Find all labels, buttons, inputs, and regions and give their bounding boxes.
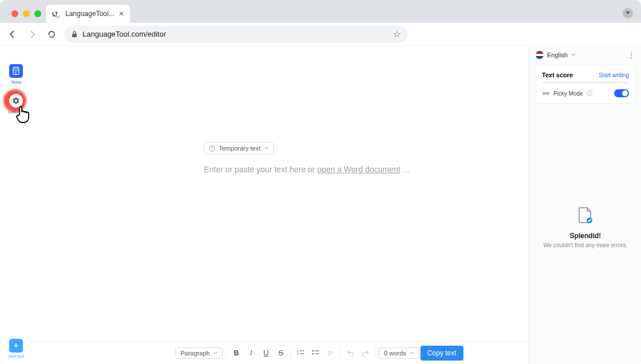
picky-mode-label: Picky Mode bbox=[553, 90, 583, 97]
strikethrough-button[interactable]: S bbox=[274, 346, 288, 360]
splendid-title: Splendid! bbox=[536, 232, 635, 240]
sidebar-item-texts[interactable]: Texts bbox=[9, 64, 23, 85]
placeholder-suffix: … bbox=[400, 165, 411, 174]
sidebar-item-new-text[interactable]: + New text bbox=[8, 339, 23, 358]
texts-label: Texts bbox=[11, 80, 22, 85]
chevron-down-icon bbox=[410, 351, 414, 355]
address-bar[interactable]: LanguageTool.com/editor ☆ bbox=[64, 26, 408, 43]
texts-icon bbox=[9, 64, 23, 78]
forward-button[interactable] bbox=[25, 27, 39, 41]
language-selector[interactable]: English ⋮ bbox=[536, 50, 635, 60]
ordered-list-button[interactable]: 12 bbox=[294, 346, 308, 360]
picky-mode-toggle[interactable] bbox=[614, 89, 629, 97]
clear-format-button[interactable] bbox=[324, 346, 337, 360]
svg-point-18 bbox=[312, 350, 313, 351]
chevron-down-icon bbox=[571, 53, 576, 57]
browser-window: LT LanguageTool... ✕ LanguageTool.com/ed… bbox=[0, 0, 641, 364]
picky-mode-row: 👓 Picky Mode i bbox=[542, 89, 629, 97]
unordered-list-button[interactable] bbox=[309, 346, 323, 360]
editor-area: Temporary text Enter or paste your text … bbox=[32, 46, 529, 364]
svg-text:2: 2 bbox=[297, 352, 298, 355]
start-writing-link[interactable]: Start writing bbox=[599, 72, 629, 78]
splendid-message: We couldn't find any more errors. bbox=[536, 242, 635, 248]
italic-button[interactable]: I bbox=[244, 346, 258, 360]
editor-placeholder[interactable]: Enter or paste your text here or open a … bbox=[204, 165, 529, 174]
glasses-icon: 👓 bbox=[542, 90, 550, 97]
minimize-window-icon[interactable] bbox=[23, 10, 30, 17]
info-icon[interactable]: i bbox=[587, 90, 592, 96]
close-tab-icon[interactable]: ✕ bbox=[119, 10, 124, 18]
svg-marker-2 bbox=[48, 34, 50, 35]
redo-button[interactable] bbox=[359, 346, 372, 360]
svg-rect-3 bbox=[72, 34, 77, 37]
reload-button[interactable] bbox=[45, 27, 58, 41]
chevron-down-icon bbox=[213, 351, 218, 355]
svg-marker-1 bbox=[626, 11, 630, 14]
bookmark-star-icon[interactable]: ☆ bbox=[393, 29, 401, 39]
back-button[interactable] bbox=[6, 27, 19, 41]
profile-avatar[interactable] bbox=[623, 8, 633, 18]
paragraph-style-select[interactable]: Paragraph bbox=[175, 347, 223, 359]
favicon-icon: LT bbox=[52, 9, 61, 18]
placeholder-prefix: Enter or paste your text here or bbox=[204, 165, 317, 174]
flag-us-icon bbox=[536, 51, 544, 59]
url-text: LanguageTool.com/editor bbox=[82, 30, 166, 38]
bottom-toolbar: Paragraph B I U S 12 bbox=[32, 341, 529, 364]
app-body: Texts Settings + New text bbox=[0, 46, 641, 364]
text-score-title: Text score bbox=[542, 72, 573, 78]
chevron-down-icon bbox=[264, 146, 269, 151]
maximize-window-icon[interactable] bbox=[34, 10, 41, 17]
sidebar-item-settings[interactable]: Settings bbox=[8, 94, 25, 114]
bold-button[interactable]: B bbox=[229, 346, 243, 360]
score-progress-bar bbox=[542, 82, 629, 84]
nav-bar: LanguageTool.com/editor ☆ bbox=[0, 23, 641, 46]
copy-text-button[interactable]: Copy text bbox=[420, 346, 463, 361]
text-score-card: Text score Start writing 👓 Picky Mode i bbox=[536, 65, 635, 104]
svg-point-20 bbox=[312, 353, 313, 354]
document-title: Temporary text bbox=[219, 145, 261, 152]
left-sidebar: Texts Settings + New text bbox=[0, 46, 32, 364]
word-count-select[interactable]: 0 words bbox=[379, 347, 419, 359]
lock-icon bbox=[71, 31, 78, 38]
browser-tab[interactable]: LT LanguageTool... ✕ bbox=[46, 5, 130, 23]
clock-icon bbox=[209, 145, 215, 152]
no-errors-panel: Splendid! We couldn't find any more erro… bbox=[536, 207, 635, 248]
plus-icon: + bbox=[9, 339, 23, 353]
new-text-label: New text bbox=[8, 354, 23, 358]
undo-button[interactable] bbox=[344, 346, 357, 360]
underline-button[interactable]: U bbox=[259, 346, 273, 360]
tab-title: LanguageTool... bbox=[65, 10, 114, 18]
tab-bar: LT LanguageTool... ✕ bbox=[0, 0, 641, 23]
cursor-hand-icon bbox=[15, 104, 33, 125]
right-panel: English ⋮ Text score Start writing 👓 Pic… bbox=[529, 46, 641, 364]
open-word-link[interactable]: open a Word document bbox=[317, 165, 400, 174]
panel-menu-icon[interactable]: ⋮ bbox=[627, 50, 635, 60]
document-title-chip[interactable]: Temporary text bbox=[204, 142, 274, 155]
document-check-icon bbox=[578, 207, 593, 224]
window-controls bbox=[7, 10, 46, 23]
close-window-icon[interactable] bbox=[11, 10, 18, 17]
